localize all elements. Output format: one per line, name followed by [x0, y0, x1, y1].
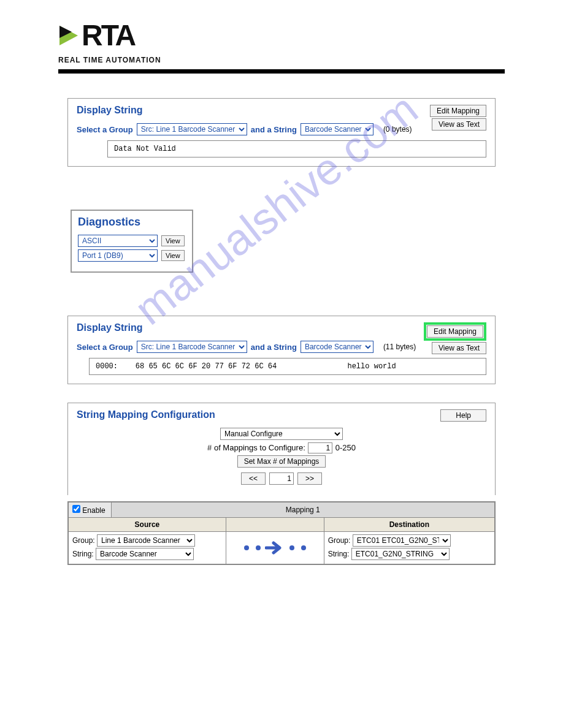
diagnostics-title: Diagnostics: [78, 216, 186, 229]
view-as-text-button[interactable]: View as Text: [432, 118, 486, 131]
display-string-panel-2: Edit Mapping View as Text Display String…: [67, 316, 496, 384]
page-input[interactable]: [269, 472, 294, 485]
protocol-select[interactable]: ASCII: [78, 235, 158, 247]
logo-subtitle: REAL TIME AUTOMATION: [58, 56, 505, 64]
group-select[interactable]: Src: Line 1 Barcode Scanner: [137, 341, 247, 353]
string-select[interactable]: Barcode Scanner: [301, 341, 373, 353]
string-select[interactable]: Barcode Scanner: [301, 123, 373, 135]
logo: RTA: [58, 18, 505, 52]
select-group-label: Select a Group: [77, 125, 133, 134]
and-string-label: and a String: [251, 343, 297, 352]
enable-cell: Enable: [68, 502, 111, 518]
next-page-button[interactable]: >>: [297, 472, 322, 485]
set-max-button[interactable]: Set Max # of Mappings: [237, 455, 326, 468]
highlighted-button: Edit Mapping: [424, 322, 486, 341]
diagnostics-panel: Diagnostics ASCII View Port 1 (DB9) View: [71, 210, 193, 273]
num-mappings-input[interactable]: [308, 442, 332, 453]
view-as-text-button[interactable]: View as Text: [432, 342, 486, 354]
group-select[interactable]: Src: Line 1 Barcode Scanner: [137, 123, 247, 135]
data-display: Data Not Valid: [107, 140, 486, 157]
src-string-label: String:: [72, 550, 94, 558]
dst-string-select[interactable]: ETC01_G2N0_STRING: [351, 548, 450, 560]
mapping-table: Enable Mapping 1 Source Destination Grou…: [67, 501, 496, 565]
prev-page-button[interactable]: <<: [241, 472, 266, 485]
dst-group-select[interactable]: ETC01 ETC01_G2N0_STRIN: [353, 534, 451, 547]
enable-label: Enable: [82, 506, 105, 515]
arrow-cell: [226, 532, 324, 565]
edit-mapping-button[interactable]: Edit Mapping: [430, 105, 486, 117]
display-string-panel-1: Edit Mapping View as Text Display String…: [67, 98, 496, 167]
edit-mapping-button[interactable]: Edit Mapping: [427, 325, 483, 338]
num-mappings-label: # of Mappings to Configure:: [207, 443, 305, 452]
mapping-header: Mapping 1: [111, 502, 495, 518]
view-button[interactable]: View: [161, 250, 185, 261]
dot-icon: [289, 545, 294, 550]
logo-triangle-icon: [58, 23, 80, 48]
dot-icon: [244, 545, 249, 550]
help-button[interactable]: Help: [440, 409, 486, 422]
arrow-right-icon: [265, 540, 285, 555]
config-mode-select[interactable]: Manual Configure: [220, 428, 343, 440]
port-select[interactable]: Port 1 (DB9): [78, 249, 158, 262]
logo-text: RTA: [82, 18, 134, 52]
dst-group-label: Group:: [328, 536, 351, 545]
dot-icon: [301, 545, 306, 550]
source-header: Source: [68, 518, 226, 532]
string-mapping-panel: Help String Mapping Configuration Manual…: [67, 403, 496, 565]
src-group-select[interactable]: Line 1 Barcode Scanner: [97, 534, 195, 547]
arrow-header: [226, 518, 324, 532]
enable-checkbox[interactable]: [72, 505, 80, 513]
bytes-label: (0 bytes): [383, 125, 412, 134]
panel-title: String Mapping Configuration: [77, 409, 486, 420]
table-row: Group: Line 1 Barcode Scanner String: Ba…: [68, 532, 495, 565]
select-group-label: Select a Group: [77, 343, 133, 352]
header-divider: [58, 69, 505, 74]
panel-title: Display String: [77, 105, 486, 116]
header: RTA REAL TIME AUTOMATION: [0, 18, 563, 74]
num-range-label: 0-250: [335, 443, 356, 452]
view-button[interactable]: View: [161, 235, 185, 246]
destination-header: Destination: [324, 518, 495, 532]
data-display: 0000: 68 65 6C 6C 6F 20 77 6F 72 6C 64 h…: [89, 358, 486, 375]
bytes-label: (11 bytes): [383, 343, 416, 351]
src-string-select[interactable]: Barcode Scanner: [96, 548, 194, 560]
and-string-label: and a String: [251, 125, 297, 134]
dst-string-label: String:: [328, 550, 350, 558]
src-group-label: Group:: [72, 536, 95, 545]
dot-icon: [256, 545, 261, 550]
